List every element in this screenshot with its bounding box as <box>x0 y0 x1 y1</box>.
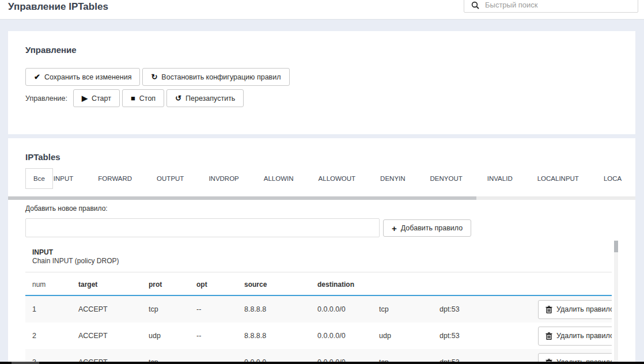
cell-destination: 0.0.0.0/0 <box>317 332 379 340</box>
restart-button[interactable]: ↺ Перезапустить <box>166 89 244 107</box>
start-label: Старт <box>92 94 111 103</box>
cell-target: ACCEPT <box>78 332 149 340</box>
page-title: Управление IPTables <box>8 1 108 13</box>
add-rule-input[interactable] <box>25 218 380 237</box>
top-header: Управление IPTables <box>0 0 644 20</box>
cell-num: 2 <box>32 332 78 340</box>
save-all-button[interactable]: ✔ Сохранить все изменения <box>25 68 140 86</box>
add-rule-button[interactable]: + Добавить правило <box>383 219 471 237</box>
cell-source: 8.8.8.8 <box>244 332 317 340</box>
management-panel: Управление ✔ Сохранить все изменения ↻ В… <box>8 31 635 134</box>
trash-icon <box>545 332 552 340</box>
tab-invdrop[interactable]: INVDROP <box>209 175 238 182</box>
stop-button[interactable]: ■ Стоп <box>122 89 164 107</box>
trash-icon <box>545 306 552 313</box>
add-rule-label: Добавить новое правило: <box>25 204 108 213</box>
restore-config-label: Востановить конфигурацию правил <box>161 73 281 81</box>
cell-prot: tcp <box>149 305 196 313</box>
col-target: target <box>78 280 149 289</box>
cell-extra-opt: dpt:53 <box>440 332 531 340</box>
cell-extra-prot: udp <box>379 332 440 340</box>
tab-input[interactable]: INPUT <box>54 175 74 182</box>
add-rule-button-label: Добавить правило <box>401 224 463 232</box>
start-button[interactable]: ▶ Старт <box>73 89 120 107</box>
search-input[interactable] <box>485 1 632 9</box>
check-icon: ✔ <box>34 73 40 81</box>
cell-opt: -- <box>196 305 244 313</box>
table-vertical-scrollbar[interactable] <box>614 240 618 364</box>
control-label: Управление: <box>25 94 67 103</box>
delete-rule-button[interactable]: Удалить правило <box>538 300 612 319</box>
management-actions: ✔ Сохранить все изменения ↻ Востановить … <box>25 68 290 86</box>
cell-source: 8.8.8.8 <box>244 305 317 313</box>
chain-name: INPUT <box>32 248 53 256</box>
cell-opt: -- <box>196 332 244 340</box>
refresh-icon: ↻ <box>151 73 157 81</box>
tab-output[interactable]: OUTPUT <box>157 175 184 182</box>
rules-table-body: 1 ACCEPT tcp -- 8.8.8.8 0.0.0.0/0 tcp dp… <box>25 296 612 364</box>
table-row: 1 ACCEPT tcp -- 8.8.8.8 0.0.0.0/0 tcp dp… <box>25 296 612 323</box>
tabs-scrollbar-thumb[interactable] <box>8 196 476 200</box>
col-source: source <box>244 280 317 289</box>
iptables-heading: IPTables <box>25 152 60 162</box>
search-icon <box>471 1 479 9</box>
tab-all[interactable]: Все <box>25 168 53 189</box>
chain-tabs: Все INPUT FORWARD OUTPUT INVDROP ALLOWIN… <box>25 167 635 190</box>
bottom-scrollbar[interactable] <box>0 362 644 364</box>
tab-denyin[interactable]: DENYIN <box>380 175 405 182</box>
col-opt: opt <box>196 280 244 289</box>
cell-extra-opt: dpt:53 <box>440 305 531 313</box>
cell-num: 1 <box>32 305 78 313</box>
col-destination: destination <box>317 280 379 289</box>
tab-forward[interactable]: FORWARD <box>98 175 132 182</box>
restart-label: Перезапустить <box>185 94 235 103</box>
table-header-row: num target prot opt source destination <box>25 275 612 294</box>
restart-icon: ↺ <box>175 94 181 102</box>
stop-icon: ■ <box>131 94 135 102</box>
play-icon: ▶ <box>82 94 88 102</box>
stop-label: Стоп <box>139 94 156 103</box>
tab-invalid[interactable]: INVALID <box>487 175 513 182</box>
save-all-label: Сохранить все изменения <box>44 73 132 81</box>
bottom-scrollbar-thumb[interactable] <box>12 362 39 364</box>
tab-denyout[interactable]: DENYOUT <box>430 175 463 182</box>
tab-localinput[interactable]: LOCALINPUT <box>537 175 579 182</box>
tab-allowout[interactable]: ALLOWOUT <box>319 175 356 182</box>
cell-prot: udp <box>149 332 196 340</box>
tabs-horizontal-scrollbar[interactable] <box>8 196 635 200</box>
table-separator <box>25 272 612 272</box>
col-num: num <box>32 280 78 289</box>
tab-allowin[interactable]: ALLOWIN <box>264 175 294 182</box>
restore-config-button[interactable]: ↻ Востановить конфигурацию правил <box>142 68 289 86</box>
cell-extra-prot: tcp <box>379 305 440 313</box>
tab-localoutput-truncated[interactable]: LOCA <box>604 175 622 182</box>
iptables-panel: IPTables Все INPUT FORWARD OUTPUT INVDRO… <box>8 138 635 364</box>
col-prot: prot <box>149 280 196 289</box>
service-controls: Управление: ▶ Старт ■ Стоп ↺ Перезапусти… <box>25 89 244 107</box>
chain-policy-info: Chain INPUT (policy DROP) <box>32 257 119 265</box>
vertical-scrollbar-thumb[interactable] <box>614 241 618 252</box>
cell-destination: 0.0.0.0/0 <box>317 305 379 313</box>
delete-rule-label: Удалить правило <box>556 305 612 313</box>
plus-icon: + <box>392 224 397 233</box>
management-heading: Управление <box>25 45 77 55</box>
cell-target: ACCEPT <box>78 305 149 313</box>
delete-rule-label: Удалить правило <box>556 332 612 340</box>
table-row: 2 ACCEPT udp -- 8.8.8.8 0.0.0.0/0 udp dp… <box>25 323 612 349</box>
quick-search[interactable] <box>464 0 638 13</box>
delete-rule-button[interactable]: Удалить правило <box>538 327 612 346</box>
